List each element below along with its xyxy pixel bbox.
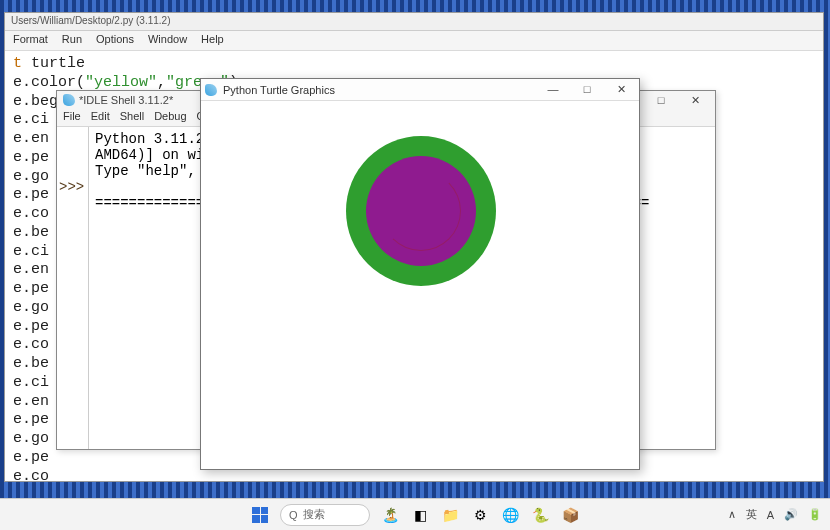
taskbar-python-icon[interactable]: 🐍 bbox=[530, 505, 550, 525]
menu-help[interactable]: Help bbox=[201, 33, 224, 48]
search-placeholder: 搜索 bbox=[303, 507, 325, 522]
turtle-title-text: Python Turtle Graphics bbox=[223, 84, 335, 96]
shell-menu-file[interactable]: File bbox=[63, 110, 81, 125]
turtle-close-button[interactable]: ✕ bbox=[607, 83, 635, 96]
shell-gutter: >>> bbox=[57, 127, 89, 449]
turtle-canvas bbox=[201, 101, 639, 469]
prompt: >>> bbox=[59, 179, 84, 195]
start-button[interactable] bbox=[250, 505, 270, 525]
taskbar-app-3[interactable]: 📦 bbox=[560, 505, 580, 525]
search-box[interactable]: Q 搜索 bbox=[280, 504, 370, 526]
windows-icon bbox=[252, 507, 268, 523]
maximize-button[interactable]: □ bbox=[647, 94, 675, 107]
feather-icon bbox=[205, 84, 217, 96]
shell-title: *IDLE Shell 3.11.2* bbox=[79, 94, 173, 106]
close-button[interactable]: ✕ bbox=[681, 94, 709, 107]
taskbar-settings-icon[interactable]: ⚙ bbox=[470, 505, 490, 525]
editor-menubar: Format Run Options Window Help bbox=[5, 31, 823, 51]
system-tray[interactable]: ∧ 英 A 🔊 🔋 bbox=[728, 507, 822, 522]
swirl-trace bbox=[381, 171, 461, 251]
shell-menu-shell[interactable]: Shell bbox=[120, 110, 144, 125]
search-icon: Q bbox=[289, 509, 298, 521]
python-icon bbox=[63, 94, 75, 106]
tray-chevron-icon[interactable]: ∧ bbox=[728, 508, 736, 521]
turtle-minimize-button[interactable]: — bbox=[539, 83, 567, 96]
menu-window[interactable]: Window bbox=[148, 33, 187, 48]
turtle-maximize-button[interactable]: □ bbox=[573, 83, 601, 96]
shell-menu-debug[interactable]: Debug bbox=[154, 110, 186, 125]
tray-volume-icon[interactable]: 🔊 bbox=[784, 508, 798, 521]
shell-menu-edit[interactable]: Edit bbox=[91, 110, 110, 125]
menu-format[interactable]: Format bbox=[13, 33, 48, 48]
taskbar: Q 搜索 🏝️ ◧ 📁 ⚙ 🌐 🐍 📦 ∧ 英 A 🔊 🔋 bbox=[0, 498, 830, 530]
menu-run[interactable]: Run bbox=[62, 33, 82, 48]
editor-titlebar[interactable]: Users/William/Desktop/2.py (3.11.2) bbox=[5, 13, 823, 31]
editor-title: Users/William/Desktop/2.py (3.11.2) bbox=[11, 15, 171, 26]
taskbar-app-1[interactable]: 🏝️ bbox=[380, 505, 400, 525]
turtle-titlebar[interactable]: Python Turtle Graphics — □ ✕ bbox=[201, 79, 639, 101]
tray-battery-icon[interactable]: 🔋 bbox=[808, 508, 822, 521]
turtle-window: Python Turtle Graphics — □ ✕ bbox=[200, 78, 640, 470]
menu-options[interactable]: Options bbox=[96, 33, 134, 48]
taskbar-explorer-icon[interactable]: 📁 bbox=[440, 505, 460, 525]
taskbar-edge-icon[interactable]: 🌐 bbox=[500, 505, 520, 525]
tray-ime[interactable]: 英 bbox=[746, 507, 757, 522]
taskbar-app-2[interactable]: ◧ bbox=[410, 505, 430, 525]
tray-lang[interactable]: A bbox=[767, 509, 774, 521]
